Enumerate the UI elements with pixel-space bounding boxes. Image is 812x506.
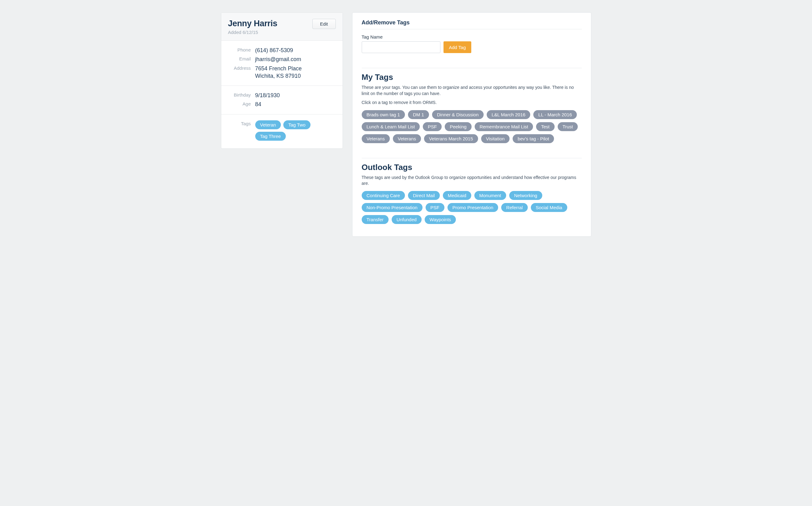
my-tags-desc2: Click on a tag to remove it from ORMS.	[362, 100, 582, 106]
add-remove-section: Add/Remove Tags Tag Name Add Tag	[362, 19, 582, 53]
my-tag[interactable]: LL - March 2016	[533, 110, 577, 119]
my-tags-desc1: These are your tags. You can use them to…	[362, 85, 582, 97]
profile-tag[interactable]: Veteran	[255, 120, 281, 129]
divider	[362, 68, 582, 68]
divider	[362, 29, 582, 29]
profile-added-date: Added 6/12/15	[228, 30, 277, 35]
tags-label: Tags	[221, 120, 251, 126]
outlook-tag[interactable]: Promo Presentation	[448, 203, 498, 212]
profile-tag-list: VeteranTag TwoTag Three	[255, 120, 336, 141]
my-tags-list: Brads own tag 1DM 1Dinner & DiscussionL&…	[362, 110, 582, 143]
my-tag[interactable]: Remembrance Mail List	[475, 122, 533, 131]
my-tag[interactable]: Veterans	[362, 134, 390, 143]
tags-panel: Add/Remove Tags Tag Name Add Tag My Tags…	[352, 12, 591, 237]
my-tag[interactable]: L&L March 2016	[487, 110, 531, 119]
outlook-tag[interactable]: Continuing Care	[362, 191, 405, 200]
tags-section: Tags VeteranTag TwoTag Three	[221, 114, 343, 148]
profile-header: Jenny Harris Added 6/12/15 Edit	[221, 13, 343, 41]
my-tag[interactable]: bev's tag - Pilot	[513, 134, 554, 143]
my-tag[interactable]: Dinner & Discussion	[432, 110, 484, 119]
my-tags-section: My Tags These are your tags. You can use…	[362, 68, 582, 143]
my-tag[interactable]: Peeking	[445, 122, 471, 131]
birth-section: Birthday 9/18/1930 Age 84	[221, 86, 343, 114]
outlook-tags-list: Continuing CareDirect MailMedicaidMonume…	[362, 191, 582, 224]
outlook-tag[interactable]: Monument	[474, 191, 506, 200]
my-tag[interactable]: Lunch & Learn Mail List	[362, 122, 420, 131]
email-value: jharris@gmail.com	[255, 56, 301, 63]
add-tag-button[interactable]: Add Tag	[443, 41, 472, 53]
outlook-tag[interactable]: Unfunded	[392, 215, 422, 224]
tag-name-label: Tag Name	[362, 34, 582, 39]
profile-tag[interactable]: Tag Two	[283, 120, 311, 129]
email-label: Email	[221, 56, 251, 61]
my-tag[interactable]: DM 1	[408, 110, 429, 119]
outlook-tag[interactable]: Medicaid	[443, 191, 471, 200]
outlook-tag[interactable]: Transfer	[362, 215, 389, 224]
add-remove-title: Add/Remove Tags	[362, 19, 582, 26]
outlook-tags-title: Outlook Tags	[362, 163, 582, 172]
my-tag[interactable]: Brads own tag 1	[362, 110, 405, 119]
outlook-tags-section: Outlook Tags These tags are used by the …	[362, 158, 582, 224]
my-tag[interactable]: Veterans	[393, 134, 421, 143]
phone-label: Phone	[221, 47, 251, 53]
outlook-tag[interactable]: PSF	[426, 203, 444, 212]
my-tag[interactable]: PSF	[423, 122, 442, 131]
profile-card: Jenny Harris Added 6/12/15 Edit Phone (6…	[221, 12, 343, 149]
outlook-tag[interactable]: Social Media	[531, 203, 567, 212]
my-tag[interactable]: Test	[536, 122, 555, 131]
outlook-tag[interactable]: Referral	[501, 203, 527, 212]
age-value: 84	[255, 101, 261, 108]
profile-tag[interactable]: Tag Three	[255, 132, 286, 141]
address-label: Address	[221, 65, 251, 71]
my-tags-title: My Tags	[362, 73, 582, 82]
outlook-tag[interactable]: Networking	[509, 191, 542, 200]
birthday-value: 9/18/1930	[255, 92, 280, 99]
my-tag[interactable]: Visitation	[481, 134, 510, 143]
tag-name-input[interactable]	[362, 41, 440, 53]
outlook-tag[interactable]: Non-Promo Presentation	[362, 203, 422, 212]
address-value: 7654 French Place Wichita, KS 87910	[255, 65, 302, 80]
age-label: Age	[221, 101, 251, 106]
edit-button[interactable]: Edit	[312, 19, 336, 29]
divider	[362, 158, 582, 158]
profile-name: Jenny Harris	[228, 19, 277, 28]
address-line1: 7654 French Place	[255, 65, 302, 72]
phone-value: (614) 867-5309	[255, 47, 293, 54]
address-line2: Wichita, KS 87910	[255, 72, 302, 80]
birthday-label: Birthday	[221, 92, 251, 97]
my-tag[interactable]: Veterans March 2015	[424, 134, 478, 143]
my-tag[interactable]: Trust	[558, 122, 578, 131]
outlook-tags-desc: These tags are used by the Outlook Group…	[362, 175, 582, 187]
outlook-tag[interactable]: Waypoints	[425, 215, 456, 224]
contact-section: Phone (614) 867-5309 Email jharris@gmail…	[221, 41, 343, 86]
outlook-tag[interactable]: Direct Mail	[408, 191, 440, 200]
